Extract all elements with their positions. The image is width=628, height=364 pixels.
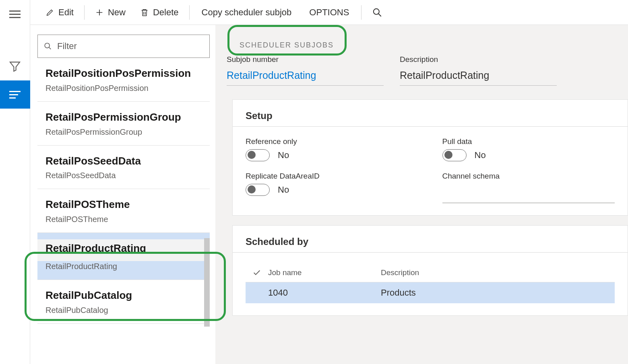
reference-only-value: No [278,150,289,160]
new-label: New [108,7,126,18]
svg-point-0 [374,8,379,14]
plus-icon [95,8,104,17]
list-item[interactable]: RetailPubCatalog RetailPubCatalog [37,280,210,324]
search-icon [43,42,52,51]
new-button[interactable]: New [88,4,133,21]
svg-point-1 [45,43,50,48]
scheduled-by-table: Job name Description 1040 Products [246,263,615,303]
edit-label: Edit [58,7,74,18]
channel-schema-label: Channel schema [442,172,615,181]
left-rail [0,0,30,364]
setup-heading: Setup [246,110,615,121]
delete-label: Delete [153,7,179,18]
subjob-list[interactable]: RetailPositionPosPermission RetailPositi… [37,61,210,364]
pull-data-toggle[interactable] [442,149,467,161]
description-label: Description [400,55,557,64]
list-item[interactable]: RetailPositionPosPermission RetailPositi… [37,61,210,102]
col-job-name[interactable]: Job name [268,268,381,277]
trash-icon [140,8,149,17]
list-item[interactable]: RetailPOSTheme RetailPOSTheme [37,189,210,233]
description-value[interactable]: RetailProductRating [400,67,557,86]
replicate-label: Replicate DataAreaID [246,172,418,181]
channel-schema-input[interactable] [442,188,615,203]
list-item-sub: RetailPositionPosPermission [45,83,202,93]
table-check-header[interactable] [246,268,268,277]
replicate-toggle[interactable] [246,184,270,196]
copy-subjob-button[interactable]: Copy scheduler subjob [193,7,301,18]
list-item-title: RetailPOSTheme [45,198,202,212]
table-header: Job name Description [246,263,615,282]
list-item[interactable]: RetailPosPermissionGroup RetailPosPermis… [37,102,210,146]
list-item-title: RetailProductRating [45,242,202,255]
scheduled-by-card: Scheduled by Job name Description 1 [232,225,628,316]
list-item[interactable]: RetailPosSeedData RetailPosSeedData [37,146,210,189]
pull-data-value: No [475,150,486,160]
filter-box[interactable] [37,35,210,58]
table-row[interactable]: 1040 Products [246,282,615,303]
filter-input[interactable] [57,41,204,51]
reference-only-toggle[interactable] [246,149,270,161]
check-icon [252,268,261,277]
hamburger-button[interactable] [0,0,30,28]
detail-panel: SCHEDULER SUBJOBS Subjob number RetailPr… [215,25,628,364]
toolbar-separator [84,5,85,20]
search-button[interactable] [372,7,382,18]
list-rail-button[interactable] [0,80,30,109]
toolbar-separator [189,5,190,20]
page-type-label: SCHEDULER SUBJOBS [240,41,628,49]
pull-data-label: Pull data [442,137,615,146]
cell-description: Products [381,288,615,298]
divider [233,126,628,127]
list-item-title: RetailPosPermissionGroup [45,111,202,124]
filter-rail-button[interactable] [0,52,30,80]
toolbar: Edit New Delete Copy scheduler subjob OP… [30,0,628,25]
cell-job-name: 1040 [268,288,381,298]
col-description[interactable]: Description [381,268,615,277]
list-item-selected[interactable]: RetailProductRating RetailProductRating [37,233,210,280]
list-item-sub: RetailPubCatalog [45,305,202,315]
search-icon [372,7,382,18]
list-panel: RetailPositionPosPermission RetailPositi… [30,25,215,364]
list-item-title: RetailPositionPosPermission [45,67,202,80]
scrollbar-thumb[interactable] [204,238,210,327]
list-item-sub: RetailPOSTheme [45,214,202,224]
list-item-sub: RetailPosSeedData [45,170,202,181]
hamburger-icon [9,10,21,18]
reference-only-label: Reference only [246,137,418,146]
setup-card: Setup Reference only No [232,99,628,216]
options-button[interactable]: OPTIONS [300,7,358,18]
list-item-title: RetailPubCatalog [45,289,202,302]
list-item-sub: RetailProductRating [45,261,202,271]
funnel-icon [8,60,21,73]
list-item-sub: RetailPosPermissionGroup [45,127,202,137]
toolbar-separator [361,5,362,20]
divider [233,252,628,253]
scheduled-by-heading: Scheduled by [246,236,615,247]
replicate-value: No [278,185,289,195]
list-lines-icon [9,91,21,99]
list-item-title: RetailPosSeedData [45,154,202,168]
edit-button[interactable]: Edit [38,4,81,21]
delete-button[interactable]: Delete [133,4,186,21]
subjob-number-label: Subjob number [227,55,384,64]
subjob-number-value[interactable]: RetailProductRating [227,67,384,86]
pencil-icon [45,8,54,17]
